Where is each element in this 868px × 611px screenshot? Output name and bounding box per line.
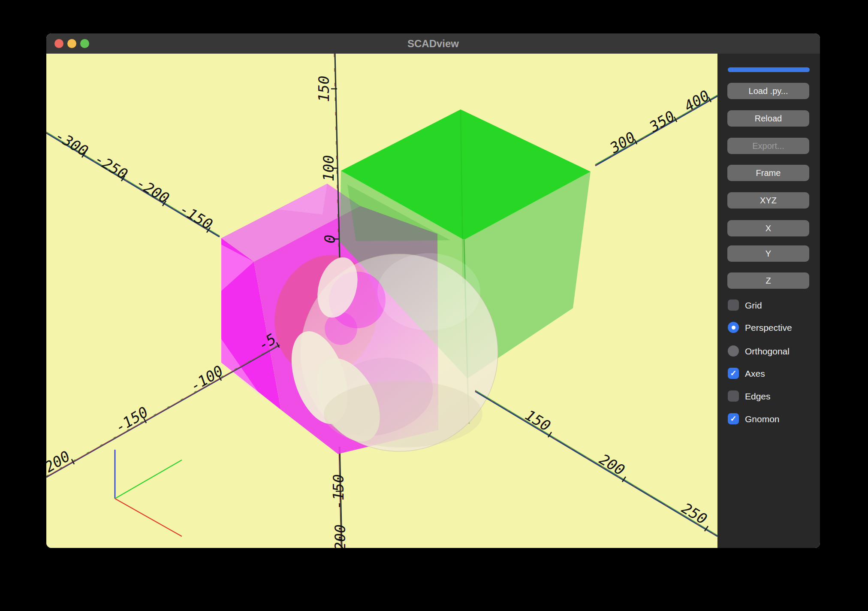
z-axis-label: 0 <box>321 235 338 243</box>
y-view-button[interactable]: Y <box>727 245 809 262</box>
edges-checkbox[interactable] <box>728 390 739 402</box>
xyz-view-button[interactable]: XYZ <box>727 192 809 209</box>
x-axis-label: 150 <box>522 406 554 435</box>
grid-label: Grid <box>745 299 762 311</box>
axes-toggle-row[interactable]: Axes <box>717 368 820 379</box>
y-axis-line-near <box>46 345 280 477</box>
axes-checkbox[interactable] <box>728 368 739 379</box>
scadview-window: SCADview -300-250-200-150300350400-200-1… <box>46 33 820 548</box>
x-axis-label: -300 <box>52 127 91 160</box>
magenta-cube-top-facet <box>278 184 327 215</box>
orthogonal-toggle-row[interactable]: Orthogonal <box>717 345 820 357</box>
gnomon-toggle-row[interactable]: Gnomon <box>717 413 820 424</box>
gnomon-checkbox[interactable] <box>728 413 739 424</box>
y-axis-label: 300 <box>606 128 638 157</box>
sphere-sheen <box>377 253 480 330</box>
export-button: Export... <box>727 138 809 154</box>
edges-label: Edges <box>745 390 771 402</box>
y-axis-line-near-red <box>46 345 280 477</box>
gnomon-x-axis-red <box>115 499 182 536</box>
sidebar: Load .py... Reload Export... Frame XYZ X… <box>717 54 820 548</box>
y-axis-label: -150 <box>112 403 151 436</box>
y-axis-label: 350 <box>646 107 678 136</box>
window-title: SCADview <box>46 33 820 54</box>
load-py-button[interactable]: Load .py... <box>727 83 809 99</box>
orthogonal-radio[interactable] <box>728 345 739 357</box>
edges-toggle-row[interactable]: Edges <box>717 390 820 402</box>
x-axis-label: -200 <box>133 174 172 207</box>
sphere-bottom-shade <box>324 381 482 448</box>
z-view-button[interactable]: Z <box>727 272 809 289</box>
perspective-label: Perspective <box>745 322 792 333</box>
x-axis-label: -250 <box>92 150 131 183</box>
viewport-3d[interactable]: -300-250-200-150300350400-200-150-100-51… <box>46 54 717 548</box>
x-axis-label: 200 <box>597 451 628 479</box>
reload-button[interactable]: Reload <box>727 110 809 127</box>
scene-svg[interactable]: -300-250-200-150300350400-200-150-100-51… <box>46 54 717 548</box>
y-axis-label: 400 <box>681 87 712 115</box>
z-axis-label: 100 <box>320 155 337 181</box>
gnomon-y-axis-green <box>115 460 182 499</box>
screen-background: SCADview -300-250-200-150300350400-200-1… <box>0 0 868 611</box>
y-axis-label: -100 <box>187 362 226 395</box>
orthogonal-label: Orthogonal <box>745 345 790 357</box>
grid-checkbox[interactable] <box>728 299 739 311</box>
gnomon-label: Gnomon <box>745 413 780 424</box>
titlebar: SCADview <box>46 33 820 54</box>
z-axis-label: -150 <box>330 474 347 509</box>
z-axis-label: -200 <box>332 524 349 548</box>
y-axis-label: -200 <box>46 448 73 480</box>
frame-button[interactable]: Frame <box>727 165 809 181</box>
perspective-radio[interactable] <box>728 322 739 333</box>
x-view-button[interactable]: X <box>727 220 809 236</box>
z-axis-label: 150 <box>315 76 332 102</box>
x-axis-label: 250 <box>679 499 710 528</box>
axes-label: Axes <box>745 368 765 379</box>
progress-bar <box>728 67 810 72</box>
perspective-toggle-row[interactable]: Perspective <box>717 322 820 333</box>
grid-toggle-row[interactable]: Grid <box>717 299 820 311</box>
